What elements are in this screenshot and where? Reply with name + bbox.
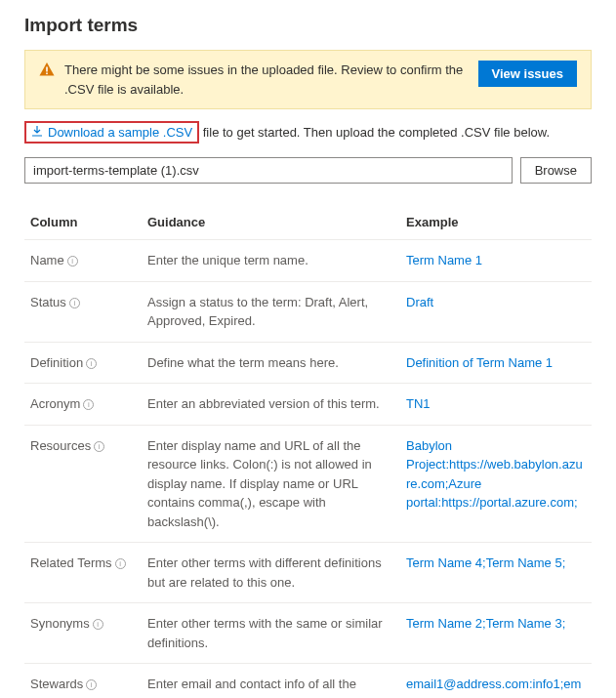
- column-name: Statusi: [24, 281, 142, 342]
- info-icon[interactable]: i: [115, 558, 126, 569]
- guidance-table: Column Guidance Example NameiEnter the u…: [24, 205, 592, 698]
- header-guidance: Guidance: [142, 205, 400, 240]
- warning-icon: [39, 62, 55, 80]
- download-row: Download a sample .CSV file to get start…: [24, 121, 592, 144]
- column-name: Stewardsi: [24, 664, 142, 699]
- table-row: DefinitioniDefine what the term means he…: [24, 342, 592, 384]
- table-row: AcronymiEnter an abbreviated version of …: [24, 384, 592, 426]
- download-rest-text: file to get started. Then upload the com…: [199, 125, 550, 140]
- file-row: Browse: [24, 157, 592, 184]
- example-cell: Term Name 4;Term Name 5;: [400, 543, 592, 603]
- guidance-cell: Define what the term means here.: [142, 342, 400, 384]
- table-row: NameiEnter the unique term name.Term Nam…: [24, 240, 592, 282]
- column-name: Definitioni: [24, 342, 142, 384]
- download-link-text[interactable]: Download a sample .CSV: [48, 125, 192, 140]
- example-cell: Draft: [400, 281, 592, 342]
- guidance-cell: Enter other terms with different definit…: [142, 543, 400, 603]
- column-name: Acronymi: [24, 384, 142, 426]
- guidance-cell: Enter an abbreviated version of this ter…: [142, 384, 400, 426]
- header-column: Column: [24, 205, 142, 240]
- table-row: Related TermsiEnter other terms with dif…: [24, 543, 592, 603]
- info-icon[interactable]: i: [67, 256, 78, 267]
- info-icon[interactable]: i: [86, 358, 97, 369]
- info-icon[interactable]: i: [83, 399, 94, 410]
- column-name: Namei: [24, 240, 142, 282]
- info-icon[interactable]: i: [86, 679, 97, 690]
- guidance-cell: Enter email and contact info of all the …: [142, 664, 400, 699]
- table-row: ResourcesiEnter display name and URL of …: [24, 425, 592, 543]
- info-icon[interactable]: i: [94, 441, 104, 452]
- download-sample-link[interactable]: Download a sample .CSV: [24, 121, 199, 144]
- guidance-cell: Assign a status to the term: Draft, Aler…: [142, 281, 400, 342]
- example-cell: Term Name 2;Term Name 3;: [400, 603, 592, 664]
- column-name: Synonymsi: [24, 603, 142, 664]
- warning-banner: There might be some issues in the upload…: [24, 50, 592, 109]
- column-name: Related Termsi: [24, 543, 142, 603]
- header-example: Example: [400, 205, 592, 240]
- svg-rect-0: [46, 67, 48, 72]
- page-title: Import terms: [24, 15, 592, 36]
- table-row: StewardsiEnter email and contact info of…: [24, 664, 592, 699]
- guidance-cell: Enter display name and URL of all the re…: [142, 425, 400, 543]
- example-cell: Babylon Project:https://web.babylon.azur…: [400, 425, 592, 543]
- table-row: SynonymsiEnter other terms with the same…: [24, 603, 592, 664]
- guidance-cell: Enter the unique term name.: [142, 240, 400, 282]
- example-cell: TN1: [400, 384, 592, 426]
- example-cell: email1@address.com:info1;email3@address.…: [400, 664, 592, 699]
- example-cell: Definition of Term Name 1: [400, 342, 592, 384]
- info-icon[interactable]: i: [69, 298, 80, 308]
- column-name: Resourcesi: [24, 425, 142, 543]
- table-header-row: Column Guidance Example: [24, 205, 592, 240]
- warning-text: There might be some issues in the upload…: [64, 61, 469, 99]
- guidance-cell: Enter other terms with the same or simil…: [142, 603, 400, 664]
- svg-rect-1: [46, 73, 48, 75]
- info-icon[interactable]: i: [93, 619, 103, 630]
- view-issues-button[interactable]: View issues: [478, 61, 577, 87]
- table-row: StatusiAssign a status to the term: Draf…: [24, 281, 592, 342]
- download-icon: [31, 125, 43, 140]
- browse-button[interactable]: Browse: [520, 157, 592, 184]
- example-cell: Term Name 1: [400, 240, 592, 282]
- file-path-input[interactable]: [24, 157, 513, 184]
